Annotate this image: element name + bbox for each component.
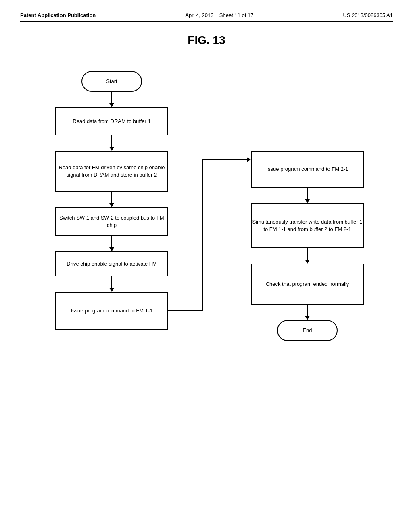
- box-1403-label: Switch SW 1 and SW 2 to coupled bus to F…: [56, 214, 167, 229]
- svg-marker-3: [109, 147, 114, 151]
- box-1408: Check that program ended normally: [251, 264, 364, 305]
- header-date: Apr. 4, 2013: [185, 12, 213, 18]
- box-1407-label: Simultaneously transfer write data from …: [252, 218, 363, 233]
- figure-title: FIG. 13: [20, 34, 393, 47]
- box-1403: Switch SW 1 and SW 2 to coupled bus to F…: [55, 207, 168, 236]
- svg-marker-9: [109, 288, 114, 292]
- box-1405-label: Issue program command to FM 1-1: [71, 307, 152, 314]
- svg-marker-15: [305, 199, 310, 203]
- box-1402: Read data for FM driven by same chip ena…: [55, 151, 168, 192]
- header: Patent Application Publication Apr. 4, 2…: [20, 12, 393, 22]
- box-1401: Read data from DRAM to buffer 1: [55, 107, 168, 135]
- svg-marker-19: [305, 316, 310, 320]
- box-1406-label: Issue program command to FM 2-1: [266, 166, 348, 173]
- box-1404: Drive chip enable signal to activate FM: [55, 251, 168, 276]
- box-1401-label: Read data from DRAM to buffer 1: [73, 118, 150, 125]
- page: Patent Application Publication Apr. 4, 2…: [0, 0, 413, 532]
- end-label: End: [302, 327, 312, 334]
- svg-marker-13: [247, 157, 251, 162]
- header-sheet: Sheet 11 of 17: [219, 12, 254, 18]
- diagram-area: Start 1401 ℕ Read data from DRAM to buff…: [33, 63, 380, 466]
- box-1407: Simultaneously transfer write data from …: [251, 203, 364, 248]
- box-1404-label: Drive chip enable signal to activate FM: [67, 260, 156, 268]
- box-1405: Issue program command to FM 1-1: [55, 292, 168, 330]
- box-1402-label: Read data for FM driven by same chip ena…: [56, 164, 167, 179]
- svg-marker-7: [109, 247, 114, 251]
- header-patent-number: US 2013/0086305 A1: [343, 12, 393, 18]
- header-publication: Patent Application Publication: [20, 12, 96, 18]
- svg-marker-17: [305, 260, 310, 264]
- start-label: Start: [106, 78, 117, 85]
- svg-marker-5: [109, 203, 114, 207]
- box-1406: Issue program command to FM 2-1: [251, 151, 364, 188]
- svg-marker-1: [109, 103, 114, 107]
- header-date-sheet: Apr. 4, 2013 Sheet 11 of 17: [185, 12, 253, 18]
- start-node: Start: [81, 71, 142, 92]
- box-1408-label: Check that program ended normally: [266, 281, 349, 288]
- end-node: End: [277, 320, 338, 341]
